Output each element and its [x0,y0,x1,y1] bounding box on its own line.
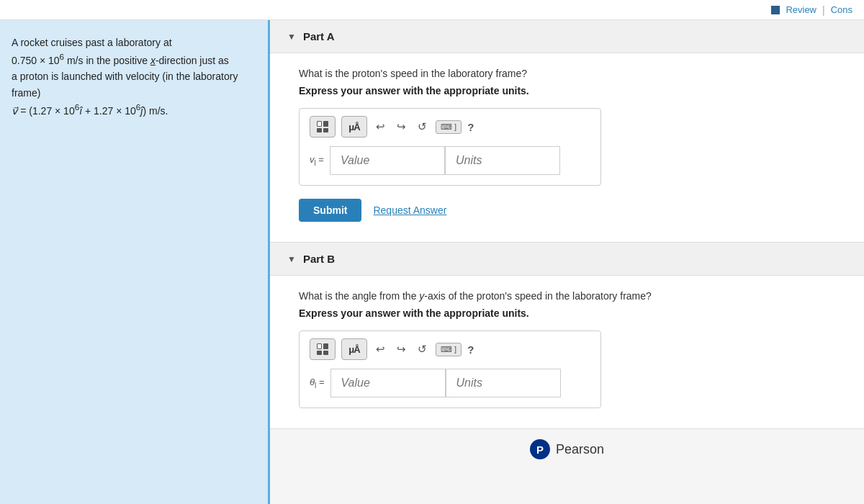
part-a-value-input[interactable] [330,146,445,175]
part-b-undo-button[interactable]: ↩ [373,341,388,357]
part-b-toolbar: μÅ ↩ ↪ ↺ ⌨ ] ? [310,338,590,360]
part-a-section: ▼ Part A What is the proton's speed in t… [270,20,864,243]
keyboard-icon: ⌨ ] [436,120,462,134]
part-a-title: Part A [303,30,335,42]
part-b-section: ▼ Part B What is the angle from the y-ax… [270,243,864,429]
right-panel: ▼ Part A What is the proton's speed in t… [270,20,864,504]
part-a-label: vl = [310,154,324,167]
part-b-label: θl = [310,377,325,390]
part-b-value-input[interactable] [330,369,446,397]
review-icon [771,6,780,14]
part-a-body: What is the proton's speed in the labora… [270,53,864,242]
grid-icon-button[interactable] [310,116,336,138]
part-b-redo-button[interactable]: ↪ [394,341,409,357]
part-b-body: What is the angle from the y-axis of the… [270,276,864,428]
left-panel: A rocket cruises past a laboratory at 0.… [0,20,270,504]
review-link[interactable]: Review [786,4,816,15]
problem-text: A rocket cruises past a laboratory at 0.… [12,35,256,119]
mu-button[interactable]: μÅ [341,116,367,138]
main-layout: A rocket cruises past a laboratory at 0.… [0,20,864,504]
part-b-chevron-icon: ▼ [287,254,296,264]
part-b-units-input[interactable] [446,369,561,397]
part-b-keyboard-icon: ⌨ ] [436,343,462,356]
separator: | [822,4,825,16]
part-a-units-input[interactable] [445,146,560,175]
pearson-brand-name: Pearson [556,442,604,457]
part-b-instruction: Express your answer with the appropriate… [299,307,835,319]
part-b-header[interactable]: ▼ Part B [270,243,864,276]
part-b-help-icon[interactable]: ? [467,343,474,356]
pearson-logo: P [530,439,550,459]
part-b-question: What is the angle from the y-axis of the… [299,290,835,302]
part-b-mu-button[interactable]: μÅ [341,338,367,360]
help-icon[interactable]: ? [467,121,474,133]
undo-button[interactable]: ↩ [373,119,388,135]
part-a-instruction: Express your answer with the appropriate… [299,85,835,96]
part-a-answer-box: μÅ ↩ ↪ ↺ ⌨ ] ? vl = [299,108,601,186]
part-a-header[interactable]: ▼ Part A [270,20,864,53]
part-b-refresh-button[interactable]: ↺ [415,341,430,357]
part-b-title: Part B [303,253,335,265]
refresh-button[interactable]: ↺ [415,119,430,135]
part-a-chevron-icon: ▼ [287,32,296,42]
part-a-toolbar: μÅ ↩ ↪ ↺ ⌨ ] ? [310,116,590,138]
part-b-answer-box: μÅ ↩ ↪ ↺ ⌨ ] ? θl = [299,330,601,408]
pearson-footer: P Pearson [270,429,864,465]
part-b-grid-icon-button[interactable] [310,338,336,360]
part-a-buttons-row: Submit Request Answer [299,199,835,222]
top-bar: Review | Cons [0,0,864,20]
part-a-question: What is the proton's speed in the labora… [299,68,835,79]
cons-link[interactable]: Cons [831,4,852,15]
part-a-submit-button[interactable]: Submit [299,199,361,222]
part-a-request-answer-link[interactable]: Request Answer [373,204,446,216]
redo-button[interactable]: ↪ [394,119,409,135]
part-a-input-row: vl = [310,146,590,175]
part-b-input-row: θl = [310,369,590,397]
